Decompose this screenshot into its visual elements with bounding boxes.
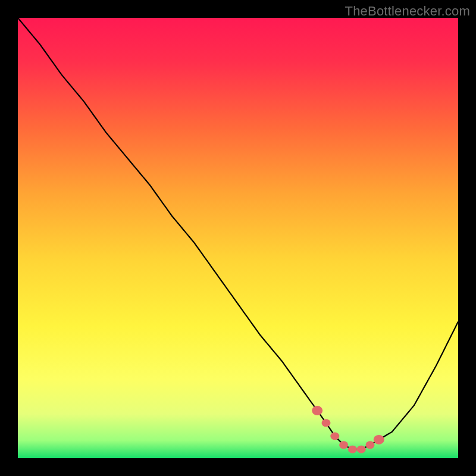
trough-marker [322,419,331,427]
trough-marker [348,446,357,453]
bottleneck-curve [18,18,458,458]
curve-path [18,18,458,449]
attribution-text: TheBottlenecker.com [345,4,470,19]
trough-marker [339,441,348,449]
trough-marker [330,433,339,440]
marker-group [312,406,384,453]
trough-marker [357,446,366,453]
trough-marker [366,441,375,449]
trough-marker [374,435,384,444]
trough-marker [312,406,322,415]
chart-stage: TheBottlenecker.com [0,0,476,476]
plot-area [18,18,458,458]
